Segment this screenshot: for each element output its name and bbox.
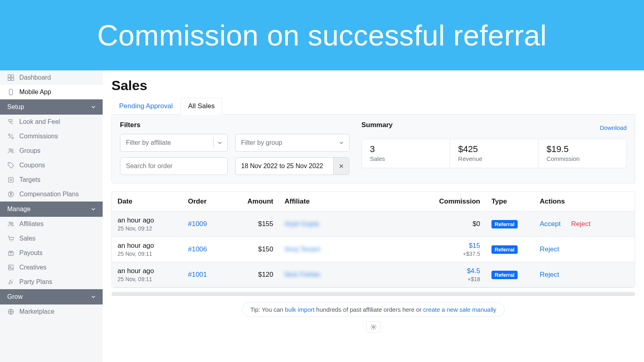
bulk-import-link[interactable]: bulk import — [285, 306, 314, 313]
sidebar-item-creatives[interactable]: Creatives — [0, 260, 103, 275]
summary-heading: Summary — [361, 121, 392, 129]
tip-text: Tip: You can — [250, 306, 285, 313]
summary-label: Sales — [370, 155, 442, 162]
order-link[interactable]: #1001 — [188, 271, 207, 278]
filter-affiliate-select[interactable]: Filter by affiliate — [120, 134, 228, 152]
row-actions: AcceptReject — [540, 220, 629, 228]
sidebar-group-manage[interactable]: Manage — [0, 202, 103, 217]
reject-button[interactable]: Reject — [540, 271, 559, 279]
sidebar-item-mobile-app[interactable]: Mobile App — [0, 85, 103, 99]
app-shell: DashboardMobile AppSetupLook and FeelCom… — [0, 70, 644, 362]
type-badge: Referral — [491, 220, 518, 228]
grid-icon — [7, 74, 14, 81]
sidebar-group-setup[interactable]: Setup — [0, 99, 103, 115]
col-affiliate: Affiliate — [279, 192, 425, 212]
sidebar-item-payouts[interactable]: Payouts — [0, 246, 103, 260]
accept-button[interactable]: Accept — [540, 220, 561, 228]
reject-button[interactable]: Reject — [540, 245, 559, 253]
table-header-row: Date Order Amount Affiliate Commission T… — [112, 192, 635, 212]
confetti-icon — [7, 278, 14, 286]
order-link[interactable]: #1009 — [188, 220, 207, 228]
promo-banner: Commission on successful referral — [0, 0, 644, 70]
row-ago: an hour ago — [118, 216, 177, 224]
svg-point-6 — [8, 134, 10, 136]
affiliate-name[interactable]: Nick Fishter — [285, 271, 321, 278]
sidebar-item-groups[interactable]: Groups — [0, 144, 103, 158]
sidebar-item-coupons[interactable]: Coupons — [0, 158, 103, 173]
tabs: Pending Approval All Sales — [111, 97, 635, 115]
commission-value: $0 — [473, 220, 480, 228]
row-actions: Reject — [540, 271, 629, 279]
svg-rect-2 — [8, 78, 10, 80]
globe-icon — [7, 308, 14, 315]
row-amount: $155 — [231, 212, 279, 237]
sidebar-item-label: Targets — [19, 176, 40, 183]
gear-icon — [370, 324, 377, 330]
table-row: an hour ago25 Nov, 09:12 #1009 $155 Arpi… — [112, 212, 635, 237]
row-timestamp: 25 Nov, 09:11 — [118, 276, 177, 282]
sidebar-item-sales[interactable]: Sales — [0, 231, 103, 246]
col-amount: Amount — [231, 192, 279, 212]
chevron-down-icon — [91, 207, 95, 211]
select-divider — [213, 138, 214, 148]
sidebar-item-label: Compensation Plans — [19, 191, 79, 198]
tab-pending-approval[interactable]: Pending Approval — [111, 98, 180, 115]
svg-point-14 — [9, 222, 11, 224]
reject-button[interactable]: Reject — [571, 220, 590, 228]
commission-value[interactable]: $4.5 — [467, 267, 480, 275]
sidebar-item-party-plans[interactable]: Party Plans — [0, 275, 103, 289]
chevron-down-icon — [91, 295, 95, 299]
download-link[interactable]: Download — [600, 124, 627, 131]
col-type: Type — [486, 192, 534, 212]
table-settings-button[interactable] — [366, 321, 381, 333]
summary-value: $425 — [458, 144, 530, 154]
summary-card-sales: 3Sales — [362, 139, 450, 168]
svg-point-10 — [9, 163, 10, 164]
svg-rect-11 — [8, 177, 13, 182]
svg-point-5 — [10, 94, 11, 95]
sidebar-item-targets[interactable]: Targets — [0, 173, 103, 187]
commission-extra: +$37.5 — [431, 251, 480, 257]
chevron-down-icon — [218, 141, 222, 145]
sidebar-item-compensation-plans[interactable]: Compensation Plans — [0, 187, 103, 202]
tip-row: Tip: You can bulk import hundreds of pas… — [111, 302, 635, 317]
sidebar-item-label: Creatives — [19, 264, 47, 271]
tip-pill: Tip: You can bulk import hundreds of pas… — [242, 302, 505, 317]
commission-value[interactable]: $15 — [469, 242, 480, 249]
sidebar-item-commissions[interactable]: Commissions — [0, 129, 103, 144]
sidebar-item-label: Marketplace — [19, 308, 54, 315]
horizontal-scrollbar[interactable] — [111, 292, 635, 296]
row-ago: an hour ago — [118, 242, 177, 250]
summary-card-commission: $19.5Commission — [539, 139, 626, 168]
date-range-input[interactable] — [235, 157, 333, 175]
svg-point-16 — [10, 241, 10, 241]
search-order-input[interactable] — [120, 157, 228, 175]
sidebar-group-label: Setup — [7, 103, 24, 111]
clear-date-button[interactable] — [333, 157, 349, 175]
sidebar-item-affiliates[interactable]: Affiliates — [0, 217, 103, 231]
order-link[interactable]: #1006 — [188, 245, 207, 253]
filters-summary-panel: Filters Filter by affiliate Filter by gr… — [111, 115, 635, 183]
svg-point-20 — [10, 266, 11, 267]
affiliate-name[interactable]: Anuj Tenani — [285, 245, 320, 253]
filters-section: Filters Filter by affiliate Filter by gr… — [120, 121, 349, 175]
main-content: Sales Pending Approval All Sales Filters… — [103, 70, 644, 362]
affiliate-name[interactable]: Arpit Gupta — [285, 220, 319, 228]
summary-value: $19.5 — [547, 144, 618, 154]
sales-table: Date Order Amount Affiliate Commission T… — [111, 191, 635, 288]
sidebar-group-grow[interactable]: Grow — [0, 289, 103, 304]
tab-all-sales[interactable]: All Sales — [180, 98, 222, 115]
close-icon — [339, 164, 344, 169]
svg-rect-1 — [11, 75, 14, 77]
col-actions: Actions — [534, 192, 635, 212]
sidebar-item-label: Commissions — [19, 133, 58, 140]
create-sale-link[interactable]: create a new sale manually — [423, 306, 496, 313]
table-row: an hour ago25 Nov, 09:11 #1001 $120 Nick… — [112, 262, 635, 288]
filter-group-select[interactable]: Filter by group — [235, 134, 349, 152]
svg-point-8 — [9, 149, 11, 151]
sidebar-item-marketplace[interactable]: Marketplace — [0, 304, 103, 319]
sidebar-item-dashboard[interactable]: Dashboard — [0, 70, 103, 85]
sidebar-item-look-and-feel[interactable]: Look and Feel — [0, 115, 103, 129]
type-badge: Referral — [491, 271, 518, 279]
date-range-wrapper — [235, 157, 349, 175]
